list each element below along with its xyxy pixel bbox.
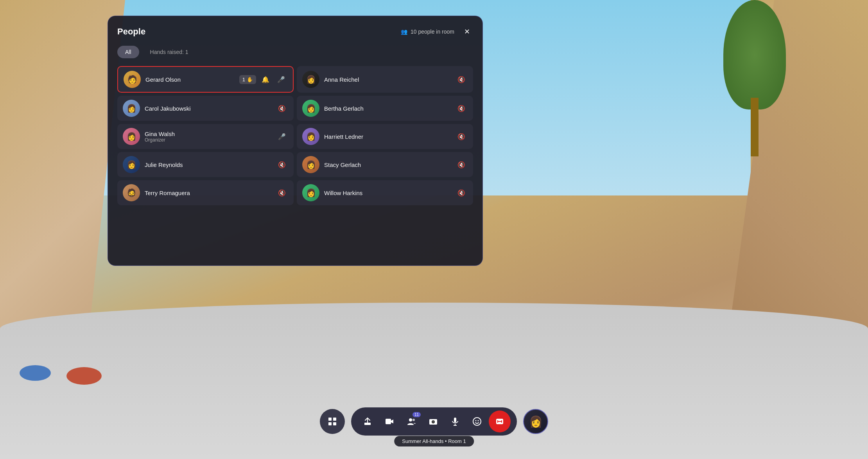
- notification-btn-gerard[interactable]: 🔔: [259, 73, 272, 86]
- person-actions-bertha: 🔇: [455, 102, 468, 115]
- mic-btn-gerard[interactable]: 🎤: [275, 73, 287, 86]
- person-row-gina: 👩 Gina Walsh Organizer 🎤: [117, 124, 294, 149]
- self-avatar[interactable]: 👩: [523, 409, 548, 434]
- person-actions-gerard: 1 ✋ 🔔 🎤: [239, 73, 287, 86]
- person-actions-carol: 🔇: [276, 102, 288, 115]
- mic-btn-terry[interactable]: 🔇: [276, 186, 288, 199]
- end-call-button[interactable]: [489, 411, 511, 432]
- emoji-icon: [473, 417, 481, 426]
- person-row-julie: 👩 Julie Reynolds 🔇: [117, 152, 294, 177]
- person-row-anna: 👩 Anna Reichel 🔇: [297, 66, 473, 93]
- close-button[interactable]: ✕: [461, 25, 473, 38]
- mic-btn-harriett[interactable]: 🔇: [455, 130, 468, 143]
- svg-rect-12: [454, 418, 456, 422]
- person-info-carol: Carol Jakubowski: [145, 105, 271, 112]
- person-actions-harriett: 🔇: [455, 130, 468, 143]
- person-info-willow: Willow Harkins: [324, 190, 450, 196]
- person-actions-stacy: 🔇: [455, 158, 468, 171]
- tree-top: [723, 0, 786, 109]
- panel-header: People 👥 10 people in room ✕: [117, 25, 473, 38]
- svg-rect-4: [364, 423, 371, 425]
- person-info-bertha: Bertha Gerlach: [324, 105, 450, 112]
- camera-icon: [429, 417, 438, 426]
- tab-all[interactable]: All: [117, 46, 139, 58]
- avatar-emoji-julie: 👩: [127, 160, 136, 169]
- person-name-terry: Terry Romaguera: [145, 190, 271, 196]
- emoji-button[interactable]: [467, 411, 487, 432]
- participants-button[interactable]: 11: [401, 411, 421, 432]
- svg-rect-1: [333, 418, 336, 421]
- mic-button[interactable]: [445, 411, 465, 432]
- avatar-anna: 👩: [302, 71, 319, 88]
- mic-btn-gina[interactable]: 🎤: [276, 130, 288, 143]
- people-count-badge: 👥 10 people in room: [401, 29, 454, 35]
- svg-point-7: [412, 419, 415, 421]
- avatar-harriett: 👩: [302, 128, 319, 145]
- person-info-harriett: Harriett Ledner: [324, 133, 450, 140]
- avatar-emoji-gerard: 🧑: [127, 75, 137, 84]
- pouf-blue: [20, 365, 51, 381]
- person-info-julie: Julie Reynolds: [145, 161, 271, 168]
- avatar-julie: 👩: [123, 156, 140, 173]
- person-actions-julie: 🔇: [276, 158, 288, 171]
- avatar-willow: 👩: [302, 184, 319, 201]
- svg-point-6: [409, 418, 412, 421]
- avatar-emoji-stacy: 👩: [306, 160, 316, 169]
- svg-point-10: [432, 421, 434, 423]
- share-icon: [363, 417, 372, 426]
- svg-point-17: [478, 420, 479, 421]
- share-button[interactable]: [357, 411, 378, 432]
- mic-btn-stacy[interactable]: 🔇: [455, 158, 468, 171]
- person-name-stacy: Stacy Gerlach: [324, 161, 450, 168]
- svg-point-15: [473, 418, 481, 425]
- person-name-bertha: Bertha Gerlach: [324, 105, 450, 112]
- participants-count: 11: [412, 412, 421, 417]
- tree-trunk: [751, 98, 759, 156]
- person-row-gerard: 🧑 Gerard Olson 1 ✋ 🔔 🎤: [117, 66, 294, 93]
- person-row-willow: 👩 Willow Harkins 🔇: [297, 180, 473, 205]
- mic-btn-willow[interactable]: 🔇: [455, 186, 468, 199]
- svg-point-16: [475, 420, 477, 421]
- camera-button[interactable]: [423, 411, 443, 432]
- video-icon: [385, 417, 394, 426]
- mic-btn-bertha[interactable]: 🔇: [455, 102, 468, 115]
- person-info-gina: Gina Walsh Organizer: [145, 131, 271, 143]
- person-info-gerard: Gerard Olson: [145, 76, 235, 83]
- self-avatar-emoji: 👩: [529, 415, 543, 428]
- avatar-emoji-willow: 👩: [306, 188, 316, 197]
- avatar-emoji-terry: 🧔: [127, 188, 136, 197]
- avatar-gina: 👩: [123, 128, 140, 145]
- person-actions-gina: 🎤: [276, 130, 288, 143]
- mic-btn-carol[interactable]: 🔇: [276, 102, 288, 115]
- avatar-carol: 👩: [123, 100, 140, 117]
- person-row-bertha: 👩 Bertha Gerlach 🔇: [297, 96, 473, 121]
- people-icon: 👥: [401, 29, 407, 35]
- tab-hands-raised[interactable]: Hands raised: 1: [142, 46, 196, 58]
- panel-title: People: [117, 27, 145, 37]
- avatar-terry: 🧔: [123, 184, 140, 201]
- person-row-harriett: 👩 Harriett Ledner 🔇: [297, 124, 473, 149]
- person-row-carol: 👩 Carol Jakubowski 🔇: [117, 96, 294, 121]
- toolbar-main: 11: [351, 407, 517, 436]
- svg-rect-2: [328, 422, 332, 425]
- mic-btn-julie[interactable]: 🔇: [276, 158, 288, 171]
- people-grid: 🧑 Gerard Olson 1 ✋ 🔔 🎤 👩 Anna Reichel: [117, 66, 473, 205]
- avatar-stacy: 👩: [302, 156, 319, 173]
- person-actions-willow: 🔇: [455, 186, 468, 199]
- grid-button[interactable]: [320, 409, 345, 434]
- mic-icon: [451, 417, 459, 426]
- person-name-anna: Anna Reichel: [324, 76, 450, 83]
- tabs: All Hands raised: 1: [117, 46, 473, 58]
- person-name-harriett: Harriett Ledner: [324, 133, 450, 140]
- mic-btn-anna[interactable]: 🔇: [455, 73, 468, 86]
- video-button[interactable]: [379, 411, 400, 432]
- hand-icon-gerard: ✋: [247, 77, 253, 82]
- pouf-red: [66, 367, 102, 385]
- person-name-willow: Willow Harkins: [324, 190, 450, 196]
- person-name-gerard: Gerard Olson: [145, 76, 235, 83]
- avatar-emoji-harriett: 👩: [306, 132, 316, 141]
- svg-point-11: [436, 420, 437, 421]
- people-count-text: 10 people in room: [411, 29, 454, 35]
- participants-icon: [407, 417, 416, 426]
- tree: [719, 0, 790, 156]
